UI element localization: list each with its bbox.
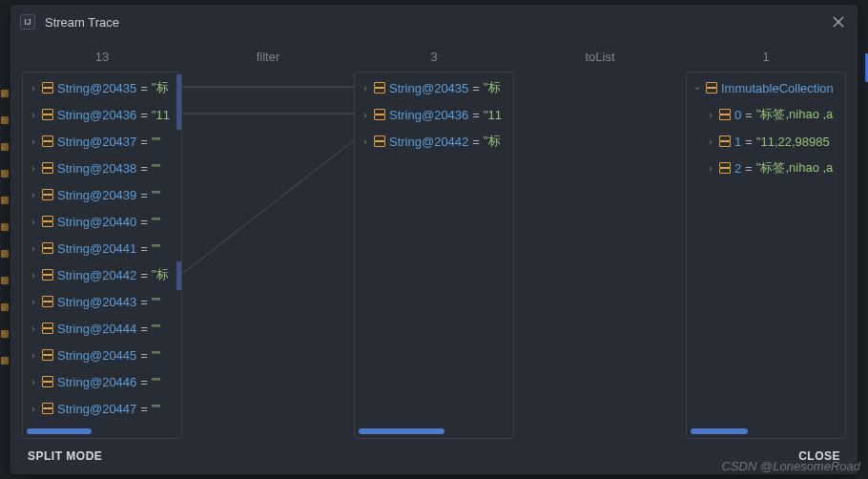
list-item[interactable]: › String@20444 = "" <box>23 315 181 342</box>
dialog-footer: SPLIT MODE CLOSE <box>10 439 858 474</box>
list-item[interactable]: › String@20435 = "标 <box>23 74 181 101</box>
chevron-right-icon: › <box>29 377 38 387</box>
selection-marker <box>176 261 181 290</box>
object-value: "标 <box>484 79 501 96</box>
chevron-right-icon: › <box>29 163 38 174</box>
list-item[interactable]: › String@20439 = "" <box>23 181 181 208</box>
object-icon <box>42 296 52 307</box>
object-icon <box>719 162 729 174</box>
object-value: "11 <box>484 108 502 122</box>
chevron-right-icon: › <box>29 217 38 227</box>
object-value: "" <box>152 241 160 256</box>
object-value: "标签,nihao ,a <box>756 106 834 123</box>
object-value: "" <box>152 215 160 229</box>
object-name: String@20445 <box>57 348 136 363</box>
object-value: "" <box>152 402 160 416</box>
close-icon[interactable] <box>829 12 848 31</box>
object-value: "" <box>152 295 160 309</box>
object-name: String@20446 <box>57 375 136 389</box>
object-name: String@20440 <box>57 215 136 229</box>
horizontal-scrollbar[interactable] <box>691 428 841 434</box>
equals-sign: = <box>136 161 152 176</box>
stage-headers: 13 filter 3 toList 1 <box>10 40 858 72</box>
list-item[interactable]: › String@20440 = "" <box>23 208 181 235</box>
op-tolist-label: toList <box>514 46 686 68</box>
chevron-right-icon: › <box>29 110 38 120</box>
object-icon <box>42 109 52 120</box>
equals-sign: = <box>136 81 152 95</box>
object-name: String@20444 <box>57 322 136 336</box>
chevron-right-icon: › <box>706 136 715 147</box>
titlebar: IJ Stream Trace <box>10 5 858 40</box>
list-item[interactable]: › String@20446 = "" <box>23 368 181 395</box>
list-item[interactable]: › String@20442 = "标 <box>23 261 181 288</box>
object-icon <box>42 349 52 361</box>
object-value: "标签,nihao ,a <box>756 159 834 177</box>
equals-sign: = <box>136 322 152 336</box>
object-name: String@20438 <box>57 161 136 176</box>
list-item[interactable]: › String@20441 = "" <box>23 235 181 261</box>
chevron-right-icon: › <box>361 136 370 147</box>
equals-sign: = <box>136 402 152 416</box>
chevron-right-icon: › <box>29 190 38 200</box>
object-name: String@20436 <box>57 108 136 122</box>
object-name: String@20441 <box>57 241 136 256</box>
chevron-right-icon: › <box>29 404 38 414</box>
object-value: "标 <box>152 266 169 283</box>
equals-sign: = <box>468 108 484 122</box>
chevron-right-icon: › <box>29 297 38 307</box>
list-item[interactable]: › String@20437 = "" <box>23 128 181 155</box>
object-name: String@20435 <box>57 81 136 95</box>
chevron-right-icon: › <box>29 350 38 361</box>
split-mode-button[interactable]: SPLIT MODE <box>28 449 102 463</box>
selection-marker <box>176 74 181 130</box>
list-item[interactable]: › String@20436 = "11 <box>355 101 513 128</box>
object-icon <box>42 323 52 334</box>
equals-sign: = <box>741 135 756 149</box>
equals-sign: = <box>741 161 756 176</box>
list-item[interactable]: › 0 = "标签,nihao ,a <box>687 101 845 128</box>
chevron-right-icon: › <box>29 243 38 254</box>
horizontal-scrollbar[interactable] <box>359 428 509 434</box>
object-value: "11 <box>152 108 170 122</box>
filter-column: › String@20435 = "标› String@20436 = "11›… <box>354 72 514 439</box>
count-after-filter: 3 <box>354 46 514 68</box>
equals-sign: = <box>136 188 152 202</box>
chevron-right-icon: › <box>29 270 38 281</box>
object-name: String@20442 <box>389 135 468 149</box>
list-item[interactable]: › String@20438 = "" <box>23 155 181 181</box>
object-icon <box>719 109 729 120</box>
object-icon <box>374 82 383 94</box>
list-item[interactable]: › String@20443 = "" <box>23 288 181 315</box>
list-item[interactable]: › String@20436 = "11 <box>23 101 181 128</box>
object-icon <box>42 135 52 147</box>
object-icon <box>42 403 52 414</box>
object-name: ImmutableCollection <box>721 81 834 95</box>
horizontal-scrollbar[interactable] <box>27 428 177 434</box>
equals-sign: = <box>136 241 152 256</box>
equals-sign: = <box>136 375 152 389</box>
list-item[interactable]: › 1 = "11,22,98985 <box>687 128 845 155</box>
object-icon <box>42 82 52 94</box>
tree-root[interactable]: › ImmutableCollection <box>687 74 845 101</box>
object-name: String@20447 <box>57 402 136 416</box>
index-key: 0 <box>734 108 741 122</box>
object-name: String@20443 <box>57 295 136 309</box>
list-item[interactable]: › String@20435 = "标 <box>355 74 513 101</box>
equals-sign: = <box>136 108 152 122</box>
equals-sign: = <box>468 135 484 149</box>
object-value: "" <box>152 161 160 176</box>
object-icon <box>42 216 52 227</box>
list-item[interactable]: › String@20447 = "" <box>23 395 181 422</box>
object-name: String@20436 <box>389 108 468 122</box>
list-item[interactable]: › String@20445 = "" <box>23 342 181 368</box>
count-result: 1 <box>686 46 846 68</box>
equals-sign: = <box>136 348 152 363</box>
equals-sign: = <box>741 108 756 122</box>
chevron-right-icon: › <box>706 163 715 174</box>
close-button[interactable]: CLOSE <box>798 449 840 463</box>
list-item[interactable]: › 2 = "标签,nihao ,a <box>687 155 845 181</box>
list-item[interactable]: › String@20442 = "标 <box>355 128 513 155</box>
chevron-right-icon: › <box>361 83 370 94</box>
object-name: String@20442 <box>57 268 136 282</box>
